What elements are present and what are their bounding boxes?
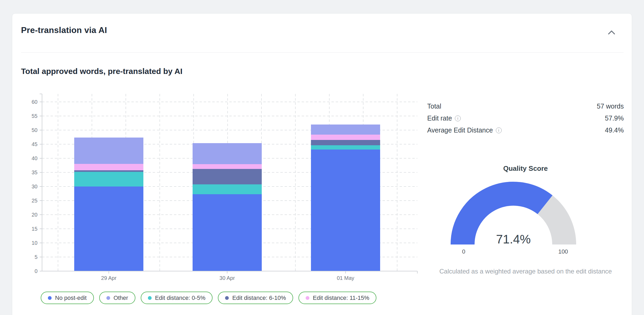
y-axis-label: 50: [32, 127, 38, 133]
bar-segment[interactable]: [74, 170, 143, 172]
y-axis-label: 35: [32, 169, 38, 175]
legend-pill[interactable]: Edit distance: 6-10%: [218, 292, 293, 304]
bar-segment[interactable]: [193, 164, 262, 169]
stat-value: 57 words: [597, 102, 624, 110]
screen: Pre-translation via AI Total approved wo…: [0, 0, 644, 315]
bar-segment[interactable]: [74, 172, 143, 186]
stat-label-group: Edit ratei: [427, 114, 461, 122]
legend-dot: [48, 296, 52, 300]
gauge-value: 71.4%: [496, 232, 531, 246]
x-axis-label: 01 May: [337, 275, 354, 281]
y-axis-label: 15: [32, 226, 38, 232]
legend-label: Other: [114, 295, 128, 301]
x-axis-label: 29 Apr: [101, 275, 117, 281]
legend-pill[interactable]: Other: [99, 292, 135, 304]
quality-score-gauge: 71.4%0100: [444, 176, 583, 256]
bar-segment[interactable]: [193, 169, 262, 184]
bar-segment[interactable]: [311, 140, 380, 145]
gauge-svg: 71.4%0100: [444, 176, 583, 256]
section-title: Total approved words, pre-translated by …: [21, 67, 182, 76]
stat-row: Edit ratei57.9%: [427, 112, 624, 124]
legend-dot: [306, 296, 309, 300]
stat-row: Total57 words: [427, 100, 624, 112]
y-axis-label: 10: [32, 240, 38, 246]
stat-label: Average Edit Distance: [427, 126, 493, 134]
info-icon[interactable]: i: [455, 115, 461, 121]
bar-segment[interactable]: [193, 143, 262, 164]
gauge-title: Quality Score: [427, 164, 624, 173]
y-axis-label: 0: [35, 268, 38, 274]
bar-segment[interactable]: [193, 194, 262, 271]
y-axis-label: 60: [32, 99, 38, 105]
stat-label-group: Average Edit Distancei: [427, 126, 502, 134]
chevron-up-icon: [608, 30, 615, 35]
legend-dot: [148, 296, 152, 300]
bar-segment[interactable]: [311, 125, 380, 135]
pre-translation-card: Pre-translation via AI Total approved wo…: [12, 13, 632, 315]
bar-segment[interactable]: [311, 145, 380, 150]
y-axis-label: 30: [32, 184, 38, 189]
legend-dot: [106, 296, 110, 300]
y-axis-label: 55: [32, 113, 38, 119]
legend-dot: [225, 296, 229, 300]
legend-label: No post-edit: [55, 295, 87, 301]
stats-panel: Total57 wordsEdit ratei57.9%Average Edit…: [427, 100, 624, 136]
gauge-max-label: 100: [558, 248, 568, 255]
y-axis-label: 25: [32, 198, 38, 204]
bar-segment[interactable]: [193, 184, 262, 194]
bar-segment[interactable]: [74, 186, 143, 271]
card-title: Pre-translation via AI: [21, 25, 107, 35]
stat-value: 57.9%: [605, 114, 624, 122]
stacked-bar-chart: 05101520253035404550556029 Apr30 Apr01 M…: [21, 88, 423, 290]
bar-segment[interactable]: [74, 164, 143, 170]
stat-label: Edit rate: [427, 114, 452, 122]
stat-row: Average Edit Distancei49.4%: [427, 124, 624, 136]
legend-label: Edit distance: 0-5%: [155, 295, 206, 301]
legend-label: Edit distance: 6-10%: [232, 295, 286, 301]
y-axis-label: 45: [32, 141, 38, 147]
info-icon[interactable]: i: [496, 127, 502, 133]
bar-chart-svg: 05101520253035404550556029 Apr30 Apr01 M…: [21, 88, 423, 290]
stat-label: Total: [427, 102, 441, 110]
legend-pill[interactable]: Edit distance: 11-15%: [298, 292, 376, 304]
collapse-button[interactable]: [606, 27, 617, 38]
x-axis-label: 30 Apr: [219, 275, 235, 281]
legend-label: Edit distance: 11-15%: [313, 295, 369, 301]
y-axis-label: 5: [35, 254, 38, 260]
bar-segment[interactable]: [311, 150, 380, 271]
stat-value: 49.4%: [605, 126, 624, 134]
legend-pill[interactable]: Edit distance: 0-5%: [141, 292, 213, 304]
gauge-caption: Calculated as a weighted average based o…: [435, 266, 616, 276]
chart-legend: No post-editOtherEdit distance: 0-5%Edit…: [41, 292, 376, 304]
header-divider: [21, 52, 624, 53]
gauge-min-label: 0: [462, 248, 465, 255]
legend-pill[interactable]: No post-edit: [41, 292, 94, 304]
y-axis-label: 40: [32, 155, 38, 161]
bar-segment[interactable]: [74, 138, 143, 164]
stat-label-group: Total: [427, 102, 441, 110]
bar-segment[interactable]: [311, 135, 380, 140]
y-axis-label: 20: [32, 212, 38, 218]
